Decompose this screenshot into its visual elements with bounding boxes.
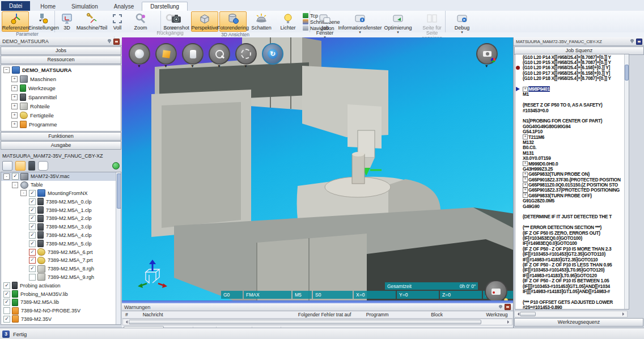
new-document-icon[interactable] [2,161,12,171]
expand-icon[interactable]: + [11,103,18,109]
scroll-right-icon[interactable] [622,312,626,316]
tree-row-rohteile[interactable]: +Rohteile [1,101,121,111]
tree-row-werkzeuge[interactable]: +Werkzeuge [1,83,121,92]
gcode-vscrollbar[interactable] [624,54,629,309]
job-tree-row[interactable]: ✓7389-M2.M5A_0.clp [1,197,121,206]
checkbox[interactable]: ✓ [29,240,36,247]
gcode-line[interactable]: (IF Z OF P50 - Z OF P10 IS MORE THAN 2.3 [515,246,629,251]
expand-icon[interactable]: + [523,188,528,193]
checkbox[interactable]: ✓ [29,232,36,239]
job-tree-row[interactable]: 7389-M2.M5A_9.rgh [1,273,121,282]
display-options-button[interactable]: ▼ [235,43,257,65]
job-tree-scrollbar[interactable] [116,172,121,324]
job-tree-row[interactable]: ✓7389-M2.M5A_8.rgh [1,265,121,273]
checkbox[interactable]: ✓ [29,215,36,222]
gcode-line[interactable]: B0.C0. [515,145,629,150]
pin-icon[interactable] [498,305,503,310]
close-icon[interactable] [636,39,642,45]
gcode-line[interactable]: N1(PROBING FOR CENTER OF PART) [515,118,629,124]
job-tree-row[interactable]: ✓7389-M2.M5A_5.clp [1,239,121,248]
machine-panel-button[interactable] [485,280,507,300]
gcode-line[interactable]: (IF Z OF P50 - Z OF P10 IS BETWEEN 1.05 [515,278,629,283]
tab-datei[interactable]: Datei [1,1,30,11]
warnings-column-header[interactable]: Programm [363,312,427,317]
gcode-line[interactable]: (IF Z OF P50 IS ZERO, ERRORS OUT) [515,230,629,235]
tab-simulation[interactable]: Simulation [63,2,106,11]
job-tree-row[interactable]: 7389-M2-NO-PROBE.35V [1,307,121,315]
checkbox[interactable] [29,274,36,281]
job-tree-row[interactable]: -Table [1,181,121,189]
optimierung-button[interactable]: Optimierung▾ [382,11,414,35]
solid-view-button[interactable]: ▼ [155,43,177,65]
tab-analyse[interactable]: Analyse [106,2,142,11]
jobs-section-header[interactable]: Jobs [1,46,121,55]
job-tree-row[interactable]: ✓7389-M2.M5A_2.clp [1,214,121,223]
gcode-line[interactable]: (DETERMINE IF IT JUST DETECTED THE T [515,214,629,219]
gcode-line[interactable]: IF[[[#14983-#14183]GT1.05]AND[[#14983-# [515,289,629,294]
tab-darstellung[interactable]: Darstellung [142,2,188,11]
expand-icon[interactable]: + [11,112,18,118]
funktionen-section-header[interactable]: Funktionen [1,132,121,141]
gcode-line[interactable]: (IF[[#103453-#101453]GT2.35]GOTO110) [515,251,629,256]
scroll-left-icon[interactable] [516,312,519,316]
warnings-hscrollbar[interactable] [122,319,512,325]
gcode-line[interactable] [515,294,629,299]
tool-view-icon[interactable] [28,161,35,171]
gcode-line[interactable]: #103453=0.0 [515,108,629,113]
close-icon[interactable] [505,304,511,310]
warnings-column-header[interactable]: Nachricht [139,312,295,317]
scroll-left-icon[interactable] [124,320,128,324]
part-view-icon[interactable] [15,161,26,171]
job-tree-row[interactable]: ✓7389-M2.M5A.lib [1,298,121,307]
zoom-view-button[interactable]: ▼ [209,43,230,65]
gcode-line[interactable]: (RESET Z OF P50 TO 0, AS A SAFETY) [515,103,629,108]
job-tree-row[interactable]: ✓7389-M2.M5A_6.prt [1,248,121,256]
gcode-line[interactable]: (IF Z OF P50 - Z OF P10 IS LESS THAN 0.9… [515,262,629,267]
voll-button[interactable]: Voll [107,11,128,32]
gcode-line[interactable]: IF[[#14983-#14183]GT2.35]GOTO110 [515,257,629,262]
expand-icon[interactable]: + [11,94,18,100]
checkbox[interactable]: ✓ [29,257,36,264]
3d-button[interactable]: 3D [57,11,77,32]
scroll-right-icon[interactable] [507,320,511,324]
tree-row-spannmittel[interactable]: +Spannmittel [1,92,121,101]
expand-icon[interactable]: + [523,134,528,139]
screenshot-button[interactable]: Screenshot [163,11,190,32]
gcode-line[interactable]: (IF[[#103453-#101453]LT0.95]GOTO120) [515,268,629,273]
breakpoint-icon[interactable] [516,66,520,70]
collapse-icon[interactable]: - [3,173,10,180]
gcode-line[interactable]: (G10 L20 P16 X[[#958/25.4]+[6.158]+[0.]]… [515,65,629,70]
gcode-line[interactable]: IF[#14983EQ0.0]GOTO100 [515,241,629,246]
checkbox[interactable]: ✓ [29,223,36,230]
expand-icon[interactable]: + [11,76,18,82]
gcode-line[interactable]: G0G40G49G80G90G94 [515,124,629,129]
gcode-listing[interactable]: (G10 L20 P14 X[[#958/25.4]+[8.7087]+[0.]… [515,54,629,310]
checkbox[interactable]: ✓ [3,299,10,306]
debug-button[interactable]: Debug▾ [450,11,474,35]
checkbox[interactable]: ✓ [12,173,19,180]
gcode-line[interactable]: X0.0Y0.0T159 [515,155,629,160]
chevron-down-icon[interactable]: ▼ [137,64,141,68]
ressourcen-section-header[interactable]: Ressourcen [1,56,121,64]
job-tree-row[interactable]: -✓MountingFromNX [1,189,121,198]
gcode-line[interactable]: M1 [515,92,629,97]
chevron-down-icon[interactable]: ▼ [217,64,221,68]
job-tree-row[interactable]: ✓7389-M2.35V [1,315,121,324]
checkbox[interactable]: ✓ [3,291,10,298]
chevron-down-icon[interactable]: ▼ [164,64,168,68]
collapse-icon[interactable]: - [20,190,27,196]
gcode-line[interactable]: M131 [515,150,629,155]
job-tree-row[interactable]: ✓Probing_MAM35V.lib [1,290,121,298]
camera-views-button[interactable]: ▼ [476,43,498,65]
gcode-line[interactable]: (IF[[[#103453-#101453]GT1.05]AND[[#1034 [515,283,629,289]
checkbox[interactable]: ✓ [3,282,10,289]
gcode-hscrollbar[interactable] [514,311,628,317]
expand-icon[interactable]: + [523,172,528,177]
3d-viewport[interactable]: ▼ ▼ ▼ ▼ ▼ ↻ ▼ Gesamtzeit 0h 0' 0" G0FMAX… [122,37,513,300]
gcode-line[interactable]: (G10 L20 P17 X[[#958/25.4]+[6.158]+[0.]]… [515,70,629,75]
warnings-column-header[interactable]: Block [427,312,482,317]
expand-icon[interactable]: + [523,87,528,92]
gcode-line[interactable]: +G65P9018Z2.37F30.(PROTECTED POSITION [515,177,629,182]
gcode-line[interactable]: +G65P9832(TURN PROBE ON) [515,172,629,177]
pin-icon[interactable] [107,39,112,44]
